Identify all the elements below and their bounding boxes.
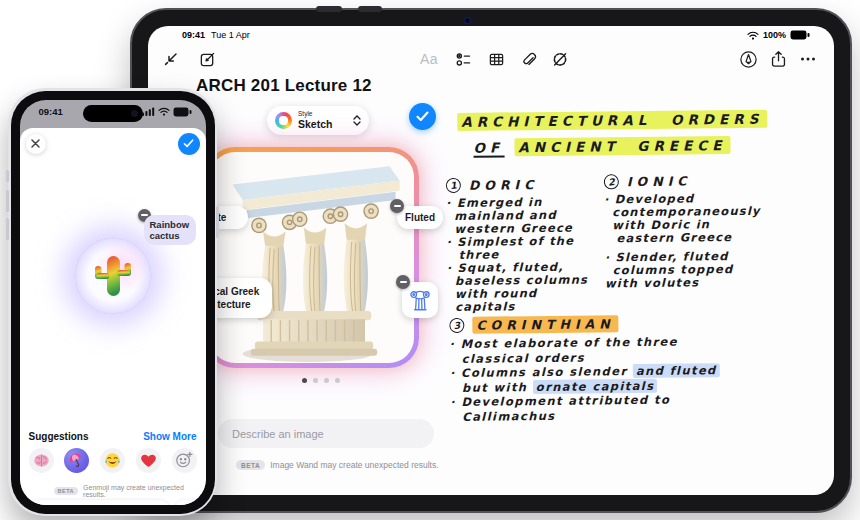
style-selector[interactable]: Style Sketch — [267, 106, 369, 135]
iphone-status-icons — [142, 107, 192, 117]
ipad-notes-app: 09:41Tue 1 Apr 100% Aa — [148, 26, 834, 495]
describe-image-bar[interactable] — [218, 419, 434, 448]
describe-image-input[interactable] — [232, 428, 420, 440]
cellular-icon — [142, 107, 155, 116]
corinthian-number: 3 — [449, 317, 466, 334]
marketing-canvas: 09:41Tue 1 Apr 100% Aa — [0, 0, 860, 520]
ionic-line: with volutes — [605, 275, 815, 290]
genmoji-prompt-chip[interactable]: Rainbow cactus — [144, 215, 196, 245]
collapse-icon[interactable] — [160, 48, 182, 70]
disclaimer-text: Image Wand may create unexpected results… — [270, 460, 438, 470]
corinthian-title: CORINTHIAN — [472, 315, 618, 334]
notes-heading-line2: ANCIENT GREECE — [514, 136, 730, 156]
image-wand-icon[interactable] — [549, 48, 571, 70]
handwritten-notes: ARCHITECTURAL ORDERS OFANCIENT GREECE 1 … — [443, 108, 834, 472]
ipad-device: 09:41Tue 1 Apr 100% Aa — [130, 8, 852, 513]
generated-columns-image — [210, 152, 414, 363]
dynamic-island — [83, 105, 143, 122]
more-icon[interactable] — [797, 48, 819, 70]
doric-number: 1 — [445, 177, 462, 194]
column-sketch-icon — [407, 287, 433, 313]
ipad-status-left: 09:41Tue 1 Apr — [182, 30, 250, 40]
iphone-clock: 09:41 — [39, 106, 63, 117]
compose-icon[interactable] — [196, 48, 218, 70]
volume-down-button — [6, 218, 9, 240]
remove-sketch-button[interactable] — [396, 275, 410, 289]
ipad-clock: 09:41 — [182, 30, 205, 40]
prompt-line2: cactus — [150, 230, 190, 241]
ipad-top-button — [358, 6, 382, 12]
battery-percent: 100% — [763, 30, 786, 40]
notes-heading-of: OF — [473, 139, 504, 157]
ipad-status-right: 100% — [747, 30, 810, 40]
volume-up-button — [6, 190, 9, 212]
battery-icon — [173, 107, 192, 117]
image-playground-icon — [275, 112, 292, 129]
ipad-volume-button — [316, 6, 342, 12]
markup-icon[interactable] — [737, 48, 759, 70]
format-label: Aa — [420, 51, 438, 67]
remove-fluted-button[interactable] — [390, 199, 404, 213]
style-value: Sketch — [298, 119, 347, 130]
ipad-date: Tue 1 Apr — [211, 30, 250, 40]
generated-image-frame[interactable] — [205, 147, 419, 368]
ionic-section: 2 IONIC · Developed contemporaneously wi… — [604, 172, 815, 290]
disclaimer-text: Genmoji may create unexpected results. — [83, 484, 205, 498]
prompt-line1: Rainbow — [150, 219, 190, 230]
rainbow-cactus-emoji — [93, 253, 133, 299]
doric-line: capitals — [447, 299, 605, 314]
genmoji-disclaimer: BETA Genmoji may create unexpected resul… — [54, 484, 206, 498]
wifi-icon — [158, 107, 170, 116]
corinthian-section: 3 CORINTHIAN · Most elaborate of the thr… — [449, 314, 830, 424]
power-button — [216, 206, 219, 238]
chip-fluted[interactable]: Fluted — [397, 206, 443, 229]
note-title: ARCH 201 Lecture 12 — [196, 76, 372, 96]
image-variant-dots[interactable] — [302, 378, 340, 383]
corinthian-line: · Columns also slender — [450, 364, 633, 380]
checklist-icon[interactable] — [452, 48, 474, 70]
share-icon[interactable] — [767, 48, 789, 70]
mute-switch — [6, 170, 9, 182]
beta-badge: BETA — [54, 487, 79, 495]
doric-title: DORIC — [469, 177, 539, 193]
chip-fluted-label: Fluted — [405, 212, 435, 223]
wifi-icon — [747, 31, 759, 40]
close-button[interactable] — [26, 134, 46, 154]
battery-icon — [790, 30, 810, 40]
style-label: Style — [298, 111, 347, 118]
iphone-device: 09:41 — [8, 88, 217, 516]
corinthian-highlight: and fluted — [633, 363, 720, 378]
check-icon — [416, 111, 429, 122]
check-icon — [183, 139, 194, 148]
ionic-line: eastern Greece — [604, 230, 814, 245]
beta-badge: BETA — [236, 460, 265, 470]
heart-emoji[interactable] — [136, 448, 161, 473]
confirm-genmoji-button[interactable] — [178, 133, 200, 155]
close-icon — [31, 139, 40, 148]
suggestions-title: Suggestions — [29, 431, 89, 442]
attach-icon[interactable] — [517, 48, 539, 70]
notes-heading-line1: ARCHITECTURAL ORDERS — [457, 110, 767, 131]
laughing-emoji[interactable] — [100, 448, 125, 473]
ionic-number: 2 — [603, 173, 620, 190]
doric-section: 1 DORIC · Emerged in mainland and wester… — [446, 176, 605, 314]
ipad-camera — [464, 17, 471, 24]
genmoji-preview-bubble[interactable] — [74, 237, 152, 315]
table-icon[interactable] — [485, 48, 507, 70]
chevron-up-down-icon — [353, 115, 361, 126]
image-wand-disclaimer: BETA Image Wand may create unexpected re… — [236, 460, 439, 470]
brain-emoji[interactable] — [29, 448, 54, 473]
format-icon[interactable]: Aa — [418, 48, 440, 70]
corinthian-highlight: ornate capitals — [533, 378, 658, 393]
corinthian-line: but with — [462, 380, 533, 395]
umbrella-emoji[interactable] — [64, 448, 89, 473]
accept-image-button[interactable] — [409, 103, 436, 130]
add-emoji[interactable] — [172, 448, 197, 473]
ionic-title: IONIC — [627, 173, 692, 189]
suggestion-emoji-row — [29, 448, 197, 473]
describe-genmoji-bar[interactable] — [28, 500, 170, 505]
iphone-screen: 09:41 — [20, 100, 206, 505]
genmoji-sheet: Rainbow cactus Suggestions Show More — [20, 128, 206, 505]
show-more-link[interactable]: Show More — [143, 431, 196, 442]
